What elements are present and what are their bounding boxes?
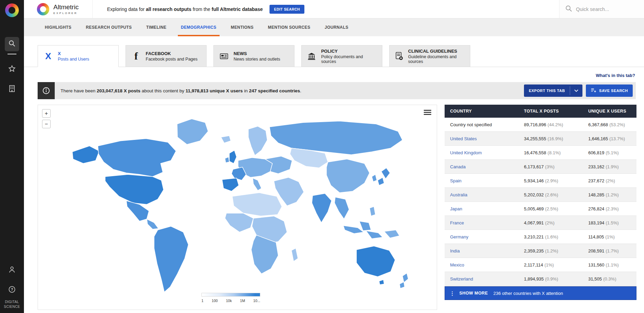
country-link[interactable]: Canada <box>450 164 466 169</box>
table-row: Canada 6,173,617(3%) 233,162(1.9%) <box>445 160 636 174</box>
table-header: COUNTRY TOTAL X POSTS UNIQUE X USERS <box>445 105 636 118</box>
country-table: COUNTRY TOTAL X POSTS UNIQUE X USERS Cou… <box>445 105 636 300</box>
subtab-x[interactable]: X X Posts and Users <box>38 45 119 67</box>
subtab-subtitle: Posts and Users <box>58 57 89 62</box>
subtab-subtitle: Guideline documents and sources <box>408 54 465 64</box>
nav-item-demographics[interactable]: DEMOGRAPHICS <box>174 18 224 36</box>
country-link[interactable]: Australia <box>450 192 468 197</box>
map-region-central-america[interactable] <box>147 219 158 229</box>
subtab-policy[interactable]: POLICY Policy documents and sources <box>301 45 382 67</box>
subtab-news[interactable]: NEWS News stories and outlets <box>213 45 294 67</box>
map-region-tasmania[interactable] <box>379 279 384 285</box>
map-region-west-africa[interactable] <box>225 213 253 232</box>
newspaper-icon <box>219 52 229 60</box>
map-region-greenland[interactable] <box>177 119 208 145</box>
nav-item-highlights[interactable]: HIGHLIGHTS <box>38 18 79 36</box>
show-more-label: SHOW MORE <box>459 291 488 296</box>
chart-context-menu-icon[interactable] <box>424 110 431 116</box>
nav-item-timeline[interactable]: TIMELINE <box>139 18 173 36</box>
map-region-iceland[interactable] <box>221 136 231 143</box>
map-region-japan[interactable] <box>378 168 390 185</box>
map-region-united-kingdom[interactable] <box>229 150 237 163</box>
country-link[interactable]: Japan <box>450 206 462 211</box>
subtab-clinical-guidelines[interactable]: CLINICAL GUIDELINES Guideline documents … <box>389 45 470 67</box>
altmetric-donut-logo <box>5 3 19 17</box>
country-link[interactable]: Spain <box>450 178 461 183</box>
sidebar-item-favorites[interactable] <box>8 65 16 74</box>
export-this-tab-button[interactable]: EXPORT THIS TAB <box>524 84 582 97</box>
map-region-southeast-asia[interactable] <box>334 197 349 219</box>
map-region-madagascar[interactable] <box>291 248 298 261</box>
map-region-alaska[interactable] <box>72 146 99 164</box>
save-search-icon <box>591 88 596 94</box>
zoom-out-button[interactable]: − <box>42 120 51 128</box>
map-region-philippines[interactable] <box>370 207 376 216</box>
table-row: Spain 5,934,146(2.9%) 237,672(2%) <box>445 174 636 188</box>
sidebar-search-button[interactable] <box>5 37 19 51</box>
bank-icon <box>307 52 317 60</box>
map-region-new-zealand[interactable] <box>399 273 408 288</box>
sidebar-active-indicator <box>8 54 16 54</box>
country-link[interactable]: Mexico <box>450 262 464 268</box>
map-region-north-africa[interactable] <box>232 193 282 216</box>
sidebar-item-account[interactable] <box>8 265 16 275</box>
country-link[interactable]: Germany <box>450 234 468 239</box>
table-row: Japan 5,005,469(2.5%) 276,824(2.3%) <box>445 202 636 216</box>
main-content: What's in this tab? There have been 203,… <box>24 67 644 310</box>
legend-tick: 10... <box>253 299 260 303</box>
table-row: United States 34,255,555(16.9%) 1,646,16… <box>445 132 636 146</box>
country-link[interactable]: India <box>450 248 460 253</box>
quick-search-input[interactable] <box>576 6 631 12</box>
map-region-ireland[interactable] <box>225 157 229 163</box>
country-link[interactable]: France <box>450 220 464 225</box>
map-region-india[interactable] <box>312 193 332 222</box>
map-region-scandinavia[interactable] <box>248 126 267 155</box>
altmetric-donut-logo <box>37 3 49 15</box>
edit-search-button[interactable]: EDIT SEARCH <box>270 5 304 14</box>
table-row: Country not specified 89,716,896(44.2%) … <box>445 118 636 132</box>
x-logo-icon: X <box>43 52 53 61</box>
zoom-in-button[interactable]: + <box>42 109 51 118</box>
info-icon <box>38 82 55 99</box>
sidebar-item-institution[interactable] <box>8 84 16 94</box>
logo-subtitle: EXPLORER <box>53 12 79 15</box>
map-region-spain[interactable] <box>222 178 239 191</box>
star-icon <box>8 65 16 74</box>
quick-search <box>559 0 644 18</box>
logo-name: Altmetric <box>53 3 79 11</box>
save-search-label: SAVE SEARCH <box>599 89 628 93</box>
map-region-china[interactable] <box>327 159 370 193</box>
summary-info-bar: There have been 203,047,618 X posts abou… <box>38 82 636 99</box>
map-region-south-america[interactable] <box>154 226 188 292</box>
map-region-indonesia[interactable] <box>343 221 383 239</box>
save-search-button[interactable]: SAVE SEARCH <box>586 84 633 97</box>
search-icon <box>8 40 16 49</box>
country-link[interactable]: United States <box>450 136 477 141</box>
subtab-title: POLICY <box>321 49 377 54</box>
whats-in-this-tab-link[interactable]: What's in this tab? <box>596 73 635 78</box>
facebook-icon: f <box>131 51 141 61</box>
nav-item-mentions[interactable]: MENTIONS <box>224 18 261 36</box>
map-region-russia[interactable] <box>270 121 403 155</box>
country-link[interactable]: United Kingdom <box>450 150 482 155</box>
map-region-canada[interactable] <box>98 139 176 177</box>
chevron-down-icon[interactable] <box>570 86 582 95</box>
map-region-italy[interactable] <box>253 178 262 191</box>
map-region-united-states[interactable] <box>105 174 163 205</box>
table-row: United Kingdom 16,476,558(8.1%) 606,819(… <box>445 146 636 160</box>
map-region-korea[interactable] <box>372 174 377 182</box>
sidebar-item-help[interactable]: ? <box>8 285 16 295</box>
nav-item-research-outputs[interactable]: RESEARCH OUTPUTS <box>79 18 139 36</box>
nav-item-journals[interactable]: JOURNALS <box>317 18 355 36</box>
map-region-australia[interactable] <box>356 246 395 277</box>
demographics-subtabs: X X Posts and Users f FACEBOOK Facebook … <box>24 36 644 67</box>
nav-item-mention-sources[interactable]: MENTION SOURCES <box>261 18 317 36</box>
map-region-new-guinea[interactable] <box>384 230 399 238</box>
subtab-title: X <box>58 51 89 56</box>
country-link[interactable]: Switzerland <box>450 276 473 282</box>
subtab-facebook[interactable]: f FACEBOOK Facebook posts and Pages <box>126 45 207 67</box>
table-row: Switzerland 1,894,935(0.9%) 31,505(0.3%) <box>445 272 636 286</box>
table-row: France 4,067,991(2%) 183,194(1.5%) <box>445 216 636 230</box>
primary-nav: HIGHLIGHTS RESEARCH OUTPUTS TIMELINE DEM… <box>24 18 644 36</box>
show-more-button[interactable]: ⋮ SHOW MORE 236 other countries with X a… <box>445 286 636 300</box>
